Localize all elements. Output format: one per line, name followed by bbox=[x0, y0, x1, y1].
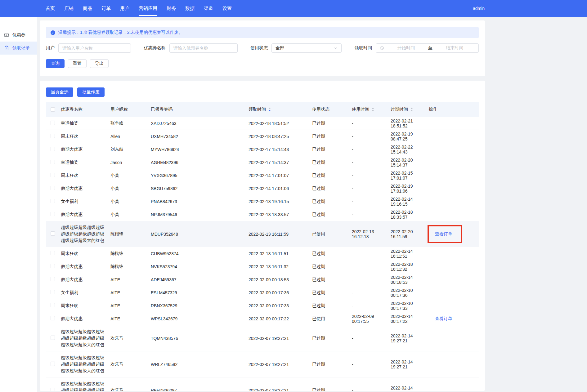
user-menu[interactable]: admin bbox=[473, 6, 485, 11]
coupon-name-cell: 假期大优惠 bbox=[61, 208, 110, 221]
row-checkbox[interactable] bbox=[51, 186, 55, 190]
received-time-cell: 2022-02-09 00:17:36 bbox=[249, 290, 312, 295]
nav-item-3[interactable]: 商品 bbox=[78, 0, 97, 17]
export-button[interactable]: 导出 bbox=[90, 59, 109, 68]
user-filter-label: 用户 bbox=[46, 45, 55, 51]
row-checkbox[interactable] bbox=[51, 160, 55, 164]
nav-item-4[interactable]: 订单 bbox=[97, 0, 115, 17]
expire-time-cell: 2022-02-14 19:27:21 bbox=[391, 333, 429, 343]
use-status-cell: 已过期 bbox=[312, 251, 352, 256]
nickname-cell: 刘东航 bbox=[110, 147, 151, 152]
row-checkbox[interactable] bbox=[51, 336, 55, 340]
row-checkbox[interactable] bbox=[51, 388, 55, 391]
nav-item-1[interactable]: 首页 bbox=[41, 0, 60, 17]
action-cell bbox=[429, 182, 479, 195]
coupon-name-cell: 周末狂欢 bbox=[61, 299, 110, 312]
row-checkbox[interactable] bbox=[51, 362, 55, 366]
top-nav: 首页店铺商品订单用户营销应用财务数据渠道设置 admin bbox=[0, 0, 587, 17]
table-row: 超级超级超级超级超级超级超级超级超级超级超级超级超级大的红包欢乐马TQMN438… bbox=[46, 325, 479, 351]
view-order-link[interactable]: 查看订单 bbox=[435, 231, 452, 237]
coupon-code-cell: YVXG367895 bbox=[151, 173, 249, 178]
sort-icon[interactable] bbox=[372, 108, 374, 111]
bulk-actions: 当页全选 批量作废 bbox=[46, 87, 479, 97]
row-checkbox[interactable] bbox=[51, 231, 55, 236]
nav-item-10[interactable]: 设置 bbox=[218, 0, 236, 17]
nickname-cell: 陈楷锋 bbox=[110, 251, 151, 256]
use-status-cell: 已过期 bbox=[312, 303, 352, 309]
received-time-cell: 2022-02-13 18:33:57 bbox=[249, 212, 312, 217]
row-checkbox[interactable] bbox=[51, 134, 55, 138]
used-time-cell: - bbox=[352, 186, 391, 191]
coupon-code-cell: AGRM482396 bbox=[151, 160, 249, 165]
coupon-code-cell: CUBW952874 bbox=[151, 251, 249, 256]
user-filter-input[interactable] bbox=[58, 43, 131, 53]
tip-banner: i 温馨提示：1.查看优惠券领取记录；2.未使用的优惠券可以作废。 bbox=[46, 27, 479, 38]
row-checkbox-cell bbox=[46, 134, 61, 139]
use-status-cell: 已过期 bbox=[312, 160, 352, 165]
receive-time-range-picker[interactable]: 开始时间 至 结束时间 bbox=[376, 43, 479, 53]
use-status-cell: 已过期 bbox=[312, 212, 352, 217]
row-checkbox[interactable] bbox=[51, 121, 55, 125]
expire-time-cell: 2022-02-14 00:17:22 bbox=[391, 314, 429, 324]
row-checkbox[interactable] bbox=[51, 303, 55, 307]
row-checkbox-cell bbox=[46, 199, 61, 204]
coupon-code-cell: UXMH734582 bbox=[151, 134, 249, 139]
nav-item-9[interactable]: 渠道 bbox=[199, 0, 218, 17]
column-header-label: 领取时间 bbox=[249, 107, 266, 112]
nav-item-8[interactable]: 数据 bbox=[181, 0, 199, 17]
column-header-label: 使用时间 bbox=[352, 107, 369, 112]
row-checkbox[interactable] bbox=[51, 264, 55, 268]
coupon-code-cell: MYWH786924 bbox=[151, 147, 249, 152]
used-time-cell: - bbox=[352, 336, 391, 341]
row-checkbox-cell bbox=[46, 212, 61, 217]
received-time-cell: 2022-02-13 16:11:32 bbox=[249, 264, 312, 269]
sort-icon[interactable] bbox=[410, 108, 413, 111]
coupon-name-cell: 超级超级超级超级超级超级超级超级超级超级超级超级超级大的红包 bbox=[61, 377, 110, 391]
row-checkbox[interactable] bbox=[51, 251, 55, 255]
view-order-link[interactable]: 查看订单 bbox=[435, 316, 452, 322]
sidebar-item-coupons[interactable]: 优惠券 bbox=[0, 29, 37, 42]
coupon-name-filter-input[interactable] bbox=[169, 43, 238, 53]
received-time-cell: 2022-02-07 19:27:21 bbox=[249, 388, 312, 391]
use-status-cell: 已过期 bbox=[312, 199, 352, 204]
nav-item-6[interactable]: 营销应用 bbox=[134, 0, 162, 17]
info-icon: i bbox=[51, 30, 55, 35]
coupon-code-cell: NVKS523794 bbox=[151, 264, 249, 269]
sort-icon[interactable] bbox=[268, 108, 271, 111]
row-checkbox[interactable] bbox=[51, 173, 55, 177]
chevron-down-icon bbox=[334, 46, 338, 50]
expire-time-cell: 2022-02-21 18:51:52 bbox=[391, 118, 429, 128]
received-time-cell: 2022-02-17 15:14:37 bbox=[249, 160, 312, 165]
row-checkbox-cell bbox=[46, 160, 61, 165]
reset-button[interactable]: 重置 bbox=[68, 59, 87, 68]
sidebar-item-receive-records[interactable]: 领取记录 bbox=[0, 42, 37, 55]
coupon-name-cell: 超级超级超级超级超级超级超级超级超级超级超级超级超级大的红包 bbox=[61, 325, 110, 351]
nickname-cell: 小莫 bbox=[110, 199, 151, 204]
select-all-checkbox[interactable] bbox=[51, 107, 55, 112]
nav-item-7[interactable]: 财务 bbox=[162, 0, 181, 17]
coupon-code-cell: SBGU759862 bbox=[151, 186, 249, 191]
row-checkbox-cell bbox=[46, 388, 61, 391]
row-checkbox[interactable] bbox=[51, 199, 55, 203]
range-separator: 至 bbox=[428, 45, 432, 51]
nav-item-5[interactable]: 用户 bbox=[115, 0, 134, 17]
nav-item-2[interactable]: 店铺 bbox=[60, 0, 78, 17]
table-row: 超级超级超级超级超级超级超级超级超级超级超级超级超级大的红包欢乐马RFHZ836… bbox=[46, 377, 479, 391]
row-checkbox[interactable] bbox=[51, 316, 55, 320]
coupon-code-cell: WPSL342679 bbox=[151, 316, 249, 321]
search-button[interactable]: 查询 bbox=[46, 59, 65, 68]
column-header-label: 用户昵称 bbox=[110, 107, 128, 112]
action-cell bbox=[429, 195, 479, 208]
received-time-cell: 2022-02-13 16:11:51 bbox=[249, 251, 312, 256]
use-status-cell: 已使用 bbox=[312, 231, 352, 237]
select-all-page-button[interactable]: 当页全选 bbox=[46, 87, 73, 97]
use-status-select[interactable]: 全部 bbox=[271, 43, 342, 53]
use-status-cell: 已过期 bbox=[312, 134, 352, 139]
row-checkbox[interactable] bbox=[51, 212, 55, 216]
row-checkbox[interactable] bbox=[51, 147, 55, 151]
bulk-void-button[interactable]: 批量作废 bbox=[77, 87, 105, 97]
row-checkbox[interactable] bbox=[51, 290, 55, 294]
used-time-cell: - bbox=[352, 362, 391, 367]
action-cell bbox=[429, 143, 479, 156]
row-checkbox[interactable] bbox=[51, 277, 55, 281]
